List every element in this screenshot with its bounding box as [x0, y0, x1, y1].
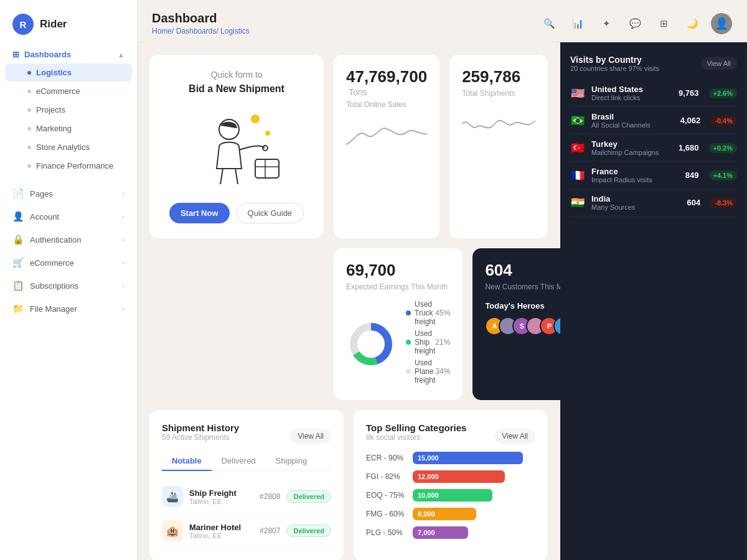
tab-shipping[interactable]: Shipping — [266, 452, 317, 471]
sidebar-item-file-manager[interactable]: 📁File Manager› — [0, 297, 137, 320]
user-avatar[interactable]: 👤 — [711, 13, 732, 34]
country-row: 🇮🇳 India Many Sources 604 -8.3% — [570, 189, 737, 217]
center-content: Quick form to Bid a New Shipment — [137, 42, 560, 560]
nav-label: File Manager — [30, 304, 116, 314]
country-row: 🇺🇸 United States Direct link clicks 9,76… — [570, 80, 737, 107]
tab-delivered[interactable]: Delivered — [212, 452, 266, 471]
change-badge: -8.3% — [710, 198, 737, 208]
chart-icon[interactable]: 📊 — [568, 14, 588, 34]
categories-card: Top Selling Categories 8k social visitor… — [354, 410, 548, 560]
nav-icon: 📋 — [12, 280, 24, 291]
country-info: France Impact Radius visits — [591, 167, 652, 184]
shipment-name: Mariner Hotel — [189, 523, 241, 532]
change-badge: -0.4% — [710, 116, 737, 126]
search-icon[interactable]: 🔍 — [539, 14, 559, 34]
quick-guide-button[interactable]: Quick Guide — [236, 203, 304, 223]
nav-label: Account — [30, 212, 116, 222]
shipment-history-card: Shipment History 59 Active Shipments Vie… — [149, 410, 344, 560]
shipment-status: Delivered — [286, 525, 331, 537]
nav-label: Finance Performance — [36, 161, 113, 170]
content-area: Quick form to Bid a New Shipment — [137, 42, 747, 560]
right-panel: Visits by Country 20 countries share 97%… — [560, 42, 747, 560]
bar-track: 15,000 — [413, 452, 535, 464]
bar-row: ECR - 90% 15,000 — [366, 452, 535, 464]
spacer — [149, 248, 324, 400]
sidebar-item-store-analytics[interactable]: Store Analytics — [5, 138, 132, 156]
sidebar-item-account[interactable]: 👤Account› — [0, 205, 137, 228]
breadcrumb-dashboards: Dashboards/ — [176, 27, 218, 35]
shipment-tabs: NotableDeliveredShipping — [162, 452, 331, 471]
nav-label: eCommerce — [36, 86, 80, 96]
nav-icon: 📄 — [12, 188, 24, 199]
sidebar-item-finance-performance[interactable]: Finance Performance — [5, 157, 132, 175]
sidebar-item-authentication[interactable]: 🔒Authentication› — [0, 228, 137, 251]
visits-sub: 20 countries share 97% visits — [570, 65, 659, 72]
country-info: Turkey Mailchimp Campaigns — [591, 139, 659, 156]
sidebar-item-subscriptions[interactable]: 📋Subscriptions› — [0, 274, 137, 297]
chat-icon[interactable]: 💬 — [625, 14, 645, 34]
sidebar: R Rider ⊞ Dashboards ▲ LogisticseCommerc… — [0, 0, 137, 560]
nav-label: Logistics — [36, 68, 72, 77]
shipment-name: Ship Freight — [189, 488, 237, 498]
sidebar-item-ecommerce[interactable]: 🛒eCommerce› — [0, 251, 137, 274]
stat2-chart — [462, 105, 535, 142]
sidebar-logo[interactable]: R Rider — [0, 10, 137, 46]
categories-bars: ECR - 90% 15,000 FGI - 82% 12,000 EOQ - … — [366, 452, 535, 539]
main-nav: 📄Pages›👤Account›🔒Authentication›🛒eCommer… — [0, 182, 137, 320]
donut-section: Used Truck freight45%Used Ship freight21… — [346, 300, 450, 388]
start-now-button[interactable]: Start Now — [169, 203, 230, 223]
bar-track: 12,000 — [413, 470, 535, 483]
nav-label: eCommerce — [30, 258, 116, 268]
sidebar-item-projects[interactable]: Projects — [5, 101, 132, 119]
grid-icon[interactable]: ✦ — [596, 14, 616, 34]
country-flag: 🇮🇳 — [570, 196, 585, 210]
shipment-info: Ship Freight Tallinn, EE — [189, 488, 237, 505]
bar-fill: 7,000 — [413, 526, 468, 539]
country-row: 🇧🇷 Brasil All Social Channels 4,062 -0.4… — [570, 107, 737, 134]
bar-value: 7,000 — [418, 529, 435, 536]
nav-dot — [27, 90, 31, 93]
chevron-icon: › — [122, 190, 125, 197]
bar-row: FMG - 60% 8,000 — [366, 508, 535, 520]
country-visits: 849 — [685, 170, 699, 180]
bar-value: 15,000 — [418, 454, 439, 462]
country-name: India — [591, 194, 635, 203]
country-flag: 🇫🇷 — [570, 169, 585, 182]
dashboards-section[interactable]: ⊞ Dashboards ▲ — [0, 46, 137, 63]
logo-icon: R — [12, 14, 34, 35]
sidebar-item-pages[interactable]: 📄Pages› — [0, 182, 137, 205]
promo-buttons: Start Now Quick Guide — [169, 203, 304, 223]
bar-value: 10,000 — [418, 492, 439, 499]
country-source: Direct link clicks — [591, 94, 643, 101]
heroes-avatars: ASP+2 — [485, 317, 560, 335]
legend-label: Used Plane freight — [415, 358, 435, 385]
visits-view-all[interactable]: View All — [701, 57, 737, 70]
legend-dot — [406, 310, 411, 315]
theme-toggle[interactable]: 🌙 — [682, 14, 702, 34]
sidebar-item-ecommerce[interactable]: eCommerce — [5, 82, 132, 100]
categories-title: Top Selling Categories — [366, 422, 466, 433]
apps-icon[interactable]: ⊞ — [654, 14, 674, 34]
stat1-label: Total Online Sales — [346, 100, 427, 109]
country-visits: 4,062 — [680, 116, 701, 125]
categories-view-all[interactable]: View All — [494, 429, 535, 444]
tab-notable[interactable]: Notable — [162, 452, 212, 471]
legend-label: Used Truck freight — [415, 300, 435, 326]
nav-label: Authentication — [30, 235, 116, 245]
nav-icon: 👤 — [12, 211, 24, 222]
sidebar-item-marketing[interactable]: Marketing — [5, 119, 132, 138]
shipment-view-all[interactable]: View All — [290, 429, 331, 444]
app-name: Rider — [40, 18, 67, 30]
bar-row: FGI - 82% 12,000 — [366, 470, 535, 483]
new-customers-card: 604 New Customers This Month Today's Her… — [472, 248, 560, 400]
sidebar-item-logistics[interactable]: Logistics — [5, 63, 132, 82]
bar-fill: 10,000 — [413, 489, 492, 502]
country-name: Turkey — [591, 139, 659, 149]
country-flag: 🇧🇷 — [570, 114, 585, 128]
total-online-sales-card: 47,769,700 Tons Total Online Sales — [334, 55, 439, 238]
chevron-icon: › — [122, 213, 125, 220]
country-list: 🇺🇸 United States Direct link clicks 9,76… — [570, 80, 737, 217]
svg-point-0 — [251, 114, 260, 123]
bar-track: 8,000 — [413, 508, 535, 520]
shipment-title: Shipment History — [162, 422, 239, 433]
